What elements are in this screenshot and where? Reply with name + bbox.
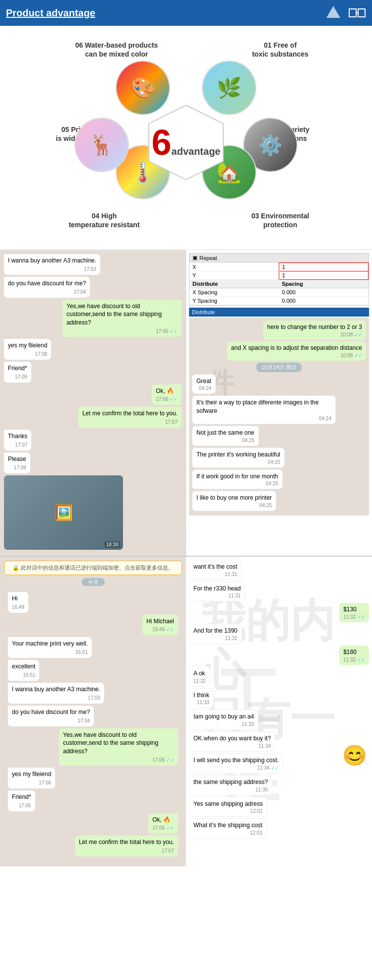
bottom-chat-bg-left: Hi 16:49 Hi Michael 16:49 ✓✓ Your machin… <box>4 588 182 866</box>
msg-row: For the r330 head 11:31 <box>189 582 369 602</box>
bubble-received: I wanna buy another A3 machine. 17:03 <box>8 683 104 704</box>
msg-row: do you have discount for me? 17:04 <box>4 277 182 298</box>
bubble-received: Hi 16:49 <box>8 592 28 613</box>
bubble-sent: and X spacing is to adjust the separatio… <box>227 341 366 361</box>
bubble-received: Great 04:24 <box>192 374 216 394</box>
bubble-received: want it's the cost 11:31 <box>189 560 242 580</box>
bubble-received: The printer it's working beautiful 04:25 <box>192 448 285 468</box>
msg-row: Thanks 17:07 <box>4 430 182 451</box>
bubble-received: Yes same shipping adress 12:01 <box>189 797 267 817</box>
table-header-row: Distribute Spacing <box>189 280 369 288</box>
msg-row: yes my fileiend 17:06 <box>8 768 178 788</box>
center-advantage: 6 advantage <box>146 103 226 182</box>
msg-row: yes my fileiend 17:08 <box>4 339 182 360</box>
msg-row: Please 17:08 <box>4 453 182 473</box>
chat-panel-left-top: I wanna buy another A3 machine. 17:03 do… <box>0 250 186 556</box>
bubble-sent: $180 11:32 ✓✓ <box>339 646 369 665</box>
bubble-received: If it work good in for one month 04:25 <box>192 469 283 490</box>
msg-row: want it's the cost 11:31 <box>189 560 369 580</box>
page-title: Product advantage <box>6 7 95 19</box>
bottom-section: 🔒 此对话中的信息和通话已进行端到端加密。点击获取更多信息。 今天 Hi 16:… <box>0 556 372 866</box>
repeat-panel: ▣ Repeat X 1 Y 1 Distribute Spacing <box>189 253 369 306</box>
date-badge-container: 10月14日 周日 <box>192 363 366 372</box>
bubble-sent: here to change the number to 2 or 3 10:0… <box>263 321 366 340</box>
bubble-received: I wanna buy another A3 machine. 17:03 <box>4 254 100 275</box>
bubble-received: Your machine print very well. 16:51 <box>8 637 92 658</box>
msg-row: Great 04:24 <box>192 374 366 394</box>
date-badge: 10月14日 周日 <box>256 363 302 372</box>
bubble-sent: Let me confirm the total here to you. 17… <box>78 407 182 428</box>
bubble-received: For the r330 head 11:31 <box>189 582 245 602</box>
security-notice: 🔒 此对话中的信息和通话已进行端到端加密。点击获取更多信息。 <box>4 561 182 575</box>
msg-row: $130 11:32 ✓✓ <box>189 603 369 622</box>
circle-05: 🦌 <box>74 118 129 172</box>
advantages-diagram: 06 Water-based products can be mixed col… <box>42 26 330 249</box>
advantages-section: 06 Water-based products can be mixed col… <box>0 26 372 249</box>
today-badge: 今天 <box>4 578 182 586</box>
panel-header: ▣ Repeat <box>189 254 369 262</box>
brand-logo-icon <box>348 4 366 22</box>
msg-row: And for the 1390 11:32 <box>189 624 369 644</box>
msg-row: $180 11:32 ✓✓ <box>189 646 369 665</box>
right-chat-area: ▣ Repeat X 1 Y 1 Distribute Spacing <box>186 250 372 519</box>
msg-row: If it work good in for one month 04:25 <box>192 469 366 490</box>
msg-row: It's their a way to place diferente imag… <box>192 395 366 424</box>
bottom-right-msgs: want it's the cost 11:31 For the r330 he… <box>189 560 369 839</box>
msg-row: I think 11:33 <box>189 688 369 709</box>
bubble-received: Not just the same one 04:25 <box>192 426 259 446</box>
msg-row: Hi Michael 16:49 ✓✓ <box>8 615 178 636</box>
table-row: Y 1 <box>189 271 369 280</box>
watermark-area: 件 Great 04:24 It's their a way to place … <box>192 374 366 512</box>
bubble-sent: Hi Michael 16:49 ✓✓ <box>142 615 178 636</box>
nav-arrow-icon <box>324 4 342 22</box>
bubble-received: yes my fileiend 17:08 <box>4 339 51 360</box>
msg-row: Let me confirm the total here to you. 17… <box>4 407 182 428</box>
bubble-received: the same shipping address? 11:35 <box>189 775 272 795</box>
adv-label-01: 01 Free of toxic substances <box>241 41 320 59</box>
msg-row: excellent 16:51 <box>8 660 178 681</box>
adv-label-04: 04 High temperature resistant <box>57 211 151 229</box>
chat-image: 🖼️ 18:30 <box>4 475 123 550</box>
bubble-received: A ok 11:32 <box>189 666 210 687</box>
msg-row: here to change the number to 2 or 3 10:0… <box>192 321 366 340</box>
bubble-received: do you have discount for me? 17:04 <box>8 706 94 726</box>
bubble-received: Friend* 17:09 <box>4 362 31 383</box>
bubble-received: It's their a way to place diferente imag… <box>192 395 336 424</box>
header-icons <box>324 4 366 22</box>
svg-marker-0 <box>326 6 340 18</box>
msg-row: Iam going to buy an a4 11:33 <box>189 710 369 730</box>
msg-row: I like to buy one more printer 04:25 <box>192 491 366 511</box>
bubble-received: I will send you the shipping cost. 11:34… <box>189 753 283 774</box>
bubble-received: do you have discount for me? 17:04 <box>4 277 90 298</box>
chat-bg-left: I wanna buy another A3 machine. 17:03 do… <box>0 250 186 556</box>
bubble-received: OK.when do you want buy it? 11:34 <box>189 731 275 752</box>
bubble-received: Thanks 17:07 <box>4 430 31 451</box>
msg-row: the same shipping address? 11:35 <box>189 775 369 795</box>
msg-row: and X spacing is to adjust the separatio… <box>192 341 366 361</box>
bubble-received: yes my fileiend 17:06 <box>8 768 55 788</box>
page-header: Product advantage <box>0 0 372 26</box>
bubble-sent: Yes,we have discount to old customer,sen… <box>59 728 178 766</box>
distribute-label: Distribute <box>189 308 369 317</box>
msg-row: Your machine print very well. 16:51 <box>8 637 178 658</box>
emoji-smiley: 😊 <box>342 744 367 767</box>
chat-panel-right-top: ▣ Repeat X 1 Y 1 Distribute Spacing <box>186 250 372 556</box>
table-row: X 1 <box>189 263 369 271</box>
bubble-received: I like to buy one more printer 04:25 <box>192 491 276 511</box>
bubble-received: I think 11:33 <box>189 688 214 709</box>
msg-row: The printer it's working beautiful 04:25 <box>192 448 366 468</box>
msg-row-image: 🖼️ 18:30 <box>4 475 182 550</box>
right-chat-msgs: here to change the number to 2 or 3 10:0… <box>189 318 369 516</box>
msg-row: I wanna buy another A3 machine. 17:03 <box>8 683 178 704</box>
adv-label-03: 03 Environmental protection <box>241 211 320 229</box>
bubble-received: excellent 16:51 <box>8 660 39 681</box>
bubble-sent: $130 11:32 ✓✓ <box>339 603 369 622</box>
msg-row: Not just the same one 04:25 <box>192 426 366 446</box>
bottom-chat-right: 我的内心只有一 工作 want it's the cost 11:31 For … <box>186 557 372 866</box>
msg-row: Ok, 🔥 17:06 ✓✓ <box>4 385 182 405</box>
bubble-received: Please 17:08 <box>4 453 30 473</box>
msg-row: Yes,we have discount to old customer,sen… <box>8 728 178 766</box>
image-timestamp: 18:30 <box>105 541 120 548</box>
advantage-number: 6 <box>152 125 172 160</box>
msg-row: do you have discount for me? 17:04 <box>8 706 178 726</box>
